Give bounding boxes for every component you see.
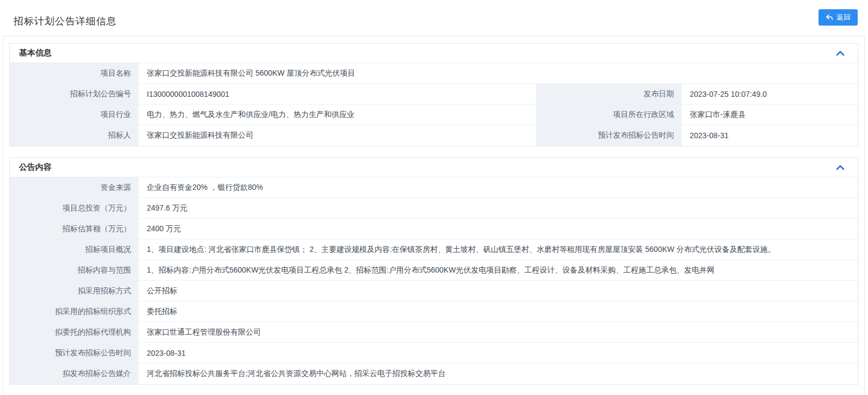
table-row: 拟委托的招标代理机构 张家口世通工程管理股份有限公司 xyxy=(10,322,858,343)
field-label: 项目总投资（万元） xyxy=(10,198,140,218)
field-value: 1、招标内容:户用分布式5600KW光伏发电项目工程总承包 2、招标范围:户用分… xyxy=(140,260,858,280)
field-value: 委托招标 xyxy=(140,301,858,322)
field-label: 资金来源 xyxy=(10,177,140,198)
field-value: 2023-08-31 xyxy=(683,125,858,146)
field-label: 拟发布招标公告媒介 xyxy=(10,363,140,384)
field-value: 张家口市-涿鹿县 xyxy=(683,104,858,125)
basic-info-header: 基本信息 xyxy=(10,44,858,63)
content-card: 基本信息 项目名称 张家口交投新能源科技有限公司 5600KW 屋顶分布式光伏项… xyxy=(3,36,865,395)
field-value: 2023-08-31 xyxy=(140,343,858,363)
field-label: 项目所在行政区域 xyxy=(536,104,683,125)
table-row: 拟采用的招标组织形式 委托招标 xyxy=(10,301,858,322)
basic-info-panel: 基本信息 项目名称 张家口交投新能源科技有限公司 5600KW 屋顶分布式光伏项… xyxy=(9,43,858,146)
table-row: 资金来源 企业自有资金20% ，银行贷款80% xyxy=(10,177,858,198)
field-label: 拟委托的招标代理机构 xyxy=(10,322,140,342)
back-button[interactable]: 返回 xyxy=(819,9,858,26)
field-value: 电力、热力、燃气及水生产和供应业/电力、热力生产和供应业 xyxy=(140,104,536,125)
field-label: 拟采用的招标组织形式 xyxy=(10,301,140,322)
table-row: 项目名称 张家口交投新能源科技有限公司 5600KW 屋顶分布式光伏项目 xyxy=(10,63,858,84)
field-label: 招标估算额（万元） xyxy=(10,219,140,239)
page-title: 招标计划公告详细信息 xyxy=(14,15,117,28)
table-row: 招标人 张家口交投新能源科技有限公司 预计发布招标公告时间 2023-08-31 xyxy=(10,125,858,146)
chevron-up-icon[interactable] xyxy=(836,164,845,171)
chevron-up-icon[interactable] xyxy=(836,50,845,57)
field-label: 招标人 xyxy=(10,125,140,146)
field-value: 张家口交投新能源科技有限公司 5600KW 屋顶分布式光伏项目 xyxy=(140,63,858,83)
table-row: 招标内容与范围 1、招标内容:户用分布式5600KW光伏发电项目工程总承包 2、… xyxy=(10,260,858,281)
field-value: 2400 万元 xyxy=(140,219,858,239)
table-row: 项目行业 电力、热力、燃气及水生产和供应业/电力、热力生产和供应业 项目所在行政… xyxy=(10,104,858,125)
field-label: 预计发布招标公告时间 xyxy=(10,343,140,363)
field-value: 河北省招标投标公共服务平台;河北省公共资源交易中心网站，招采云电子招投标交易平台 xyxy=(140,363,858,384)
field-value: 2023-07-25 10:07:49.0 xyxy=(683,84,858,104)
back-button-label: 返回 xyxy=(836,13,851,22)
field-label: 招标内容与范围 xyxy=(10,260,140,280)
announcement-title: 公告内容 xyxy=(19,162,52,172)
field-label: 项目名称 xyxy=(10,63,140,83)
table-row: 项目总投资（万元） 2497.6 万元 xyxy=(10,198,858,219)
field-label: 项目行业 xyxy=(10,104,140,125)
table-row: 拟发布招标公告媒介 河北省招标投标公共服务平台;河北省公共资源交易中心网站，招采… xyxy=(10,363,858,384)
field-value: 张家口交投新能源科技有限公司 xyxy=(140,125,536,146)
field-value: 1、项目建设地点: 河北省张家口市鹿县保岱镇； 2、主要建设规模及内容:在保镇茶… xyxy=(140,239,858,260)
field-value: 企业自有资金20% ，银行贷款80% xyxy=(140,177,858,198)
field-value: 公开招标 xyxy=(140,281,858,301)
table-row: 招标项目概况 1、项目建设地点: 河北省张家口市鹿县保岱镇； 2、主要建设规模及… xyxy=(10,239,858,260)
announcement-panel: 公告内容 资金来源 企业自有资金20% ，银行贷款80% 项目总投资（万元） 2… xyxy=(9,157,858,385)
table-row: 招标估算额（万元） 2400 万元 xyxy=(10,219,858,239)
announcement-header: 公告内容 xyxy=(10,158,858,177)
field-label: 招标计划公告编号 xyxy=(10,84,140,104)
table-row: 招标计划公告编号 I1300000001008149001 发布日期 2023-… xyxy=(10,84,858,104)
return-arrow-icon xyxy=(826,14,833,21)
field-label: 拟采用招标方式 xyxy=(10,281,140,301)
table-row: 预计发布招标公告时间 2023-08-31 xyxy=(10,343,858,363)
field-label: 招标项目概况 xyxy=(10,239,140,260)
basic-info-title: 基本信息 xyxy=(19,48,52,58)
page-header: 招标计划公告详细信息 返回 xyxy=(0,0,868,36)
field-label: 发布日期 xyxy=(536,84,683,104)
field-value: 2497.6 万元 xyxy=(140,198,858,218)
field-value: I1300000001008149001 xyxy=(140,84,536,104)
field-label: 预计发布招标公告时间 xyxy=(536,125,683,146)
field-value: 张家口世通工程管理股份有限公司 xyxy=(140,322,858,342)
table-row: 拟采用招标方式 公开招标 xyxy=(10,281,858,301)
